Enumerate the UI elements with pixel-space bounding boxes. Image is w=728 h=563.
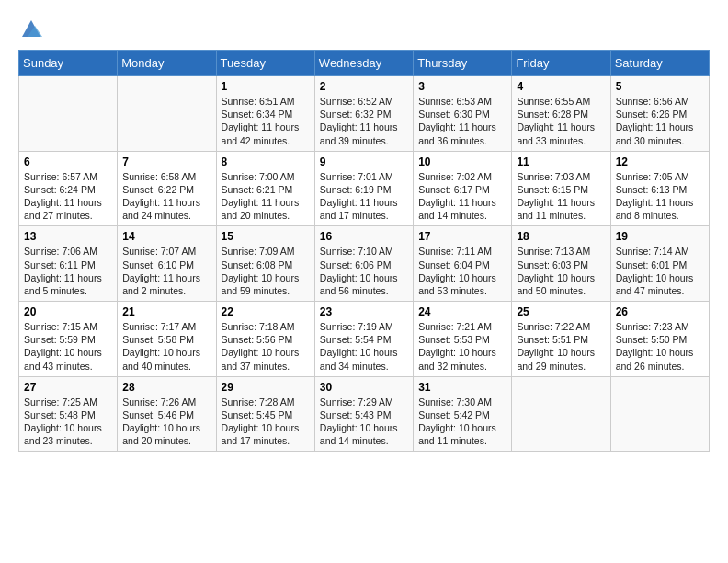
day-number: 23 bbox=[320, 305, 408, 318]
day-info: Sunrise: 6:57 AM Sunset: 6:24 PM Dayligh… bbox=[24, 170, 112, 223]
day-info: Sunrise: 7:09 AM Sunset: 6:08 PM Dayligh… bbox=[222, 245, 310, 297]
day-number: 20 bbox=[24, 305, 112, 318]
day-number: 6 bbox=[24, 155, 112, 168]
week-row-4: 20Sunrise: 7:15 AM Sunset: 5:59 PM Dayli… bbox=[19, 302, 710, 377]
day-cell: 27Sunrise: 7:25 AM Sunset: 5:48 PM Dayli… bbox=[19, 376, 118, 452]
day-number: 17 bbox=[418, 230, 506, 243]
day-cell: 1Sunrise: 6:51 AM Sunset: 6:34 PM Daylig… bbox=[216, 76, 314, 152]
day-info: Sunrise: 7:11 AM Sunset: 6:04 PM Dayligh… bbox=[418, 245, 506, 297]
day-info: Sunrise: 7:05 AM Sunset: 6:13 PM Dayligh… bbox=[616, 170, 704, 223]
day-info: Sunrise: 7:07 AM Sunset: 6:10 PM Dayligh… bbox=[122, 245, 210, 297]
day-cell: 4Sunrise: 6:55 AM Sunset: 6:28 PM Daylig… bbox=[512, 76, 610, 152]
day-cell: 26Sunrise: 7:23 AM Sunset: 5:50 PM Dayli… bbox=[610, 302, 709, 377]
day-cell: 24Sunrise: 7:21 AM Sunset: 5:53 PM Dayli… bbox=[414, 302, 512, 377]
day-cell: 7Sunrise: 6:58 AM Sunset: 6:22 PM Daylig… bbox=[118, 151, 216, 226]
day-cell: 23Sunrise: 7:19 AM Sunset: 5:54 PM Dayli… bbox=[314, 302, 413, 377]
day-info: Sunrise: 6:55 AM Sunset: 6:28 PM Dayligh… bbox=[517, 95, 605, 147]
day-info: Sunrise: 6:53 AM Sunset: 6:30 PM Dayligh… bbox=[418, 95, 506, 147]
day-number: 5 bbox=[616, 80, 704, 93]
day-cell: 8Sunrise: 7:00 AM Sunset: 6:21 PM Daylig… bbox=[216, 151, 314, 226]
day-info: Sunrise: 7:06 AM Sunset: 6:11 PM Dayligh… bbox=[24, 245, 112, 297]
day-cell: 29Sunrise: 7:28 AM Sunset: 5:45 PM Dayli… bbox=[216, 376, 314, 452]
day-number: 13 bbox=[24, 230, 112, 243]
day-cell: 14Sunrise: 7:07 AM Sunset: 6:10 PM Dayli… bbox=[118, 226, 216, 302]
day-number: 27 bbox=[24, 381, 112, 394]
day-info: Sunrise: 6:56 AM Sunset: 6:26 PM Dayligh… bbox=[616, 95, 704, 147]
day-info: Sunrise: 7:00 AM Sunset: 6:21 PM Dayligh… bbox=[222, 170, 310, 223]
week-row-3: 13Sunrise: 7:06 AM Sunset: 6:11 PM Dayli… bbox=[19, 226, 710, 302]
day-number: 31 bbox=[418, 381, 506, 394]
day-number: 29 bbox=[222, 381, 310, 394]
day-number: 14 bbox=[122, 230, 210, 243]
day-info: Sunrise: 7:01 AM Sunset: 6:19 PM Dayligh… bbox=[320, 170, 408, 223]
day-cell: 9Sunrise: 7:01 AM Sunset: 6:19 PM Daylig… bbox=[314, 151, 413, 226]
day-number: 24 bbox=[418, 305, 506, 318]
day-cell: 2Sunrise: 6:52 AM Sunset: 6:32 PM Daylig… bbox=[314, 76, 413, 152]
week-row-1: 1Sunrise: 6:51 AM Sunset: 6:34 PM Daylig… bbox=[19, 76, 710, 152]
weekday-header-saturday: Saturday bbox=[610, 51, 709, 76]
day-cell bbox=[512, 376, 610, 452]
day-number: 4 bbox=[517, 80, 605, 93]
day-cell: 31Sunrise: 7:30 AM Sunset: 5:42 PM Dayli… bbox=[414, 376, 512, 452]
day-cell: 13Sunrise: 7:06 AM Sunset: 6:11 PM Dayli… bbox=[19, 226, 118, 302]
weekday-header-wednesday: Wednesday bbox=[314, 51, 413, 76]
day-info: Sunrise: 7:17 AM Sunset: 5:58 PM Dayligh… bbox=[122, 320, 210, 373]
day-cell: 18Sunrise: 7:13 AM Sunset: 6:03 PM Dayli… bbox=[512, 226, 610, 302]
day-cell: 21Sunrise: 7:17 AM Sunset: 5:58 PM Dayli… bbox=[118, 302, 216, 377]
day-info: Sunrise: 6:52 AM Sunset: 6:32 PM Dayligh… bbox=[320, 95, 408, 147]
day-number: 12 bbox=[616, 155, 704, 168]
day-number: 3 bbox=[418, 80, 506, 93]
day-cell: 12Sunrise: 7:05 AM Sunset: 6:13 PM Dayli… bbox=[610, 151, 709, 226]
day-number: 18 bbox=[517, 230, 605, 243]
day-number: 19 bbox=[616, 230, 704, 243]
day-number: 11 bbox=[517, 155, 605, 168]
day-number: 16 bbox=[320, 230, 408, 243]
day-number: 10 bbox=[418, 155, 506, 168]
day-info: Sunrise: 7:02 AM Sunset: 6:17 PM Dayligh… bbox=[418, 170, 506, 223]
calendar-table: SundayMondayTuesdayWednesdayThursdayFrid… bbox=[18, 50, 710, 452]
day-number: 30 bbox=[320, 381, 408, 394]
day-info: Sunrise: 7:25 AM Sunset: 5:48 PM Dayligh… bbox=[24, 396, 112, 448]
day-info: Sunrise: 7:15 AM Sunset: 5:59 PM Dayligh… bbox=[24, 320, 112, 373]
day-cell: 25Sunrise: 7:22 AM Sunset: 5:51 PM Dayli… bbox=[512, 302, 610, 377]
weekday-header-row: SundayMondayTuesdayWednesdayThursdayFrid… bbox=[19, 51, 710, 76]
day-cell: 11Sunrise: 7:03 AM Sunset: 6:15 PM Dayli… bbox=[512, 151, 610, 226]
week-row-2: 6Sunrise: 6:57 AM Sunset: 6:24 PM Daylig… bbox=[19, 151, 710, 226]
day-info: Sunrise: 7:19 AM Sunset: 5:54 PM Dayligh… bbox=[320, 320, 408, 373]
day-number: 26 bbox=[616, 305, 704, 318]
page-header bbox=[18, 15, 710, 40]
day-cell: 28Sunrise: 7:26 AM Sunset: 5:46 PM Dayli… bbox=[118, 376, 216, 452]
day-info: Sunrise: 7:10 AM Sunset: 6:06 PM Dayligh… bbox=[320, 245, 408, 297]
weekday-header-friday: Friday bbox=[512, 51, 610, 76]
day-cell: 30Sunrise: 7:29 AM Sunset: 5:43 PM Dayli… bbox=[314, 376, 413, 452]
day-cell: 5Sunrise: 6:56 AM Sunset: 6:26 PM Daylig… bbox=[610, 76, 709, 152]
day-number: 2 bbox=[320, 80, 408, 93]
day-number: 22 bbox=[222, 305, 310, 318]
day-info: Sunrise: 7:18 AM Sunset: 5:56 PM Dayligh… bbox=[222, 320, 310, 373]
day-info: Sunrise: 7:21 AM Sunset: 5:53 PM Dayligh… bbox=[418, 320, 506, 373]
day-cell: 6Sunrise: 6:57 AM Sunset: 6:24 PM Daylig… bbox=[19, 151, 118, 226]
day-info: Sunrise: 7:23 AM Sunset: 5:50 PM Dayligh… bbox=[616, 320, 704, 373]
day-number: 9 bbox=[320, 155, 408, 168]
day-cell: 10Sunrise: 7:02 AM Sunset: 6:17 PM Dayli… bbox=[414, 151, 512, 226]
day-info: Sunrise: 7:13 AM Sunset: 6:03 PM Dayligh… bbox=[517, 245, 605, 297]
day-number: 15 bbox=[222, 230, 310, 243]
day-info: Sunrise: 7:30 AM Sunset: 5:42 PM Dayligh… bbox=[418, 396, 506, 448]
day-cell: 16Sunrise: 7:10 AM Sunset: 6:06 PM Dayli… bbox=[314, 226, 413, 302]
day-info: Sunrise: 7:14 AM Sunset: 6:01 PM Dayligh… bbox=[616, 245, 704, 297]
day-info: Sunrise: 7:03 AM Sunset: 6:15 PM Dayligh… bbox=[517, 170, 605, 223]
day-info: Sunrise: 7:26 AM Sunset: 5:46 PM Dayligh… bbox=[122, 396, 210, 448]
day-cell: 20Sunrise: 7:15 AM Sunset: 5:59 PM Dayli… bbox=[19, 302, 118, 377]
day-info: Sunrise: 7:28 AM Sunset: 5:45 PM Dayligh… bbox=[222, 396, 310, 448]
day-number: 1 bbox=[222, 80, 310, 93]
weekday-header-thursday: Thursday bbox=[414, 51, 512, 76]
day-number: 8 bbox=[222, 155, 310, 168]
day-cell bbox=[118, 76, 216, 152]
logo-icon bbox=[18, 15, 44, 40]
day-cell: 15Sunrise: 7:09 AM Sunset: 6:08 PM Dayli… bbox=[216, 226, 314, 302]
day-number: 7 bbox=[122, 155, 210, 168]
day-cell: 3Sunrise: 6:53 AM Sunset: 6:30 PM Daylig… bbox=[414, 76, 512, 152]
day-cell: 19Sunrise: 7:14 AM Sunset: 6:01 PM Dayli… bbox=[610, 226, 709, 302]
day-number: 21 bbox=[122, 305, 210, 318]
weekday-header-sunday: Sunday bbox=[19, 51, 118, 76]
